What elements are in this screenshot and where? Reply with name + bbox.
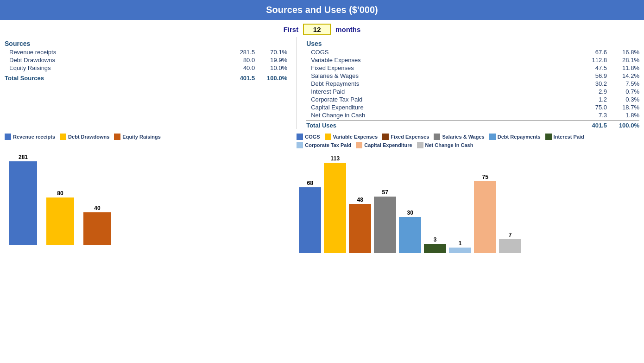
page-title: Sources and Uses ($'000): [0, 0, 644, 20]
legend-item: Corporate Tax Paid: [297, 142, 351, 148]
row-label: Debt Drawdowns: [5, 57, 222, 64]
legend-color: [60, 134, 66, 140]
row-label: Fixed Expenses: [306, 64, 575, 71]
bar-group: 68: [299, 180, 321, 253]
row-value: 56.9: [575, 72, 607, 79]
bar: [399, 217, 421, 253]
row-pct: 14.2%: [607, 72, 639, 79]
row-pct: 10.0%: [255, 64, 287, 71]
legend-item: Fixed Expenses: [382, 134, 429, 140]
legend-color: [489, 134, 496, 140]
months-input[interactable]: [303, 24, 331, 35]
legend-label: Interest Paid: [554, 134, 584, 140]
legend-item: Capital Expenditure: [356, 142, 412, 148]
bar-group: 57: [374, 189, 396, 253]
bar-value: 1: [459, 240, 462, 247]
bar-group: 113: [324, 155, 346, 253]
sources-header: Sources: [5, 40, 287, 47]
months-row: First months: [0, 20, 644, 37]
bar: [374, 197, 396, 253]
bar-group: 30: [399, 210, 421, 253]
bar-group: 48: [349, 197, 371, 253]
legend-color: [114, 134, 120, 140]
row-value: 30.2: [575, 80, 607, 87]
row-pct: 28.1%: [607, 57, 639, 64]
table-row: Fixed Expenses 47.5 11.8%: [306, 64, 639, 72]
row-label: Revenue receipts: [5, 49, 222, 56]
charts-section: Revenue receiptsDebt DrawdownsEquity Rai…: [0, 129, 644, 253]
bar-value: 75: [482, 174, 488, 180]
uses-total-label: Total Uses: [306, 122, 575, 129]
legend-label: Net Change in Cash: [425, 142, 474, 148]
bar: [46, 197, 74, 245]
row-label: Interest Paid: [306, 88, 575, 95]
right-bars: 68 113 48 57 30 3 1 75 7: [297, 151, 639, 253]
row-label: Net Change in Cash: [306, 112, 575, 119]
sources-total-value: 401.5: [222, 75, 255, 82]
row-pct: 16.8%: [607, 49, 639, 56]
row-pct: 0.7%: [607, 88, 639, 95]
bar: [499, 239, 521, 253]
bar-value: 3: [434, 236, 437, 243]
legend-item: Debt Drawdowns: [60, 134, 109, 140]
left-legend: Revenue receiptsDebt DrawdownsEquity Rai…: [5, 134, 297, 140]
row-label: Equity Raisings: [5, 64, 222, 71]
legend-color: [382, 134, 389, 140]
table-row: Capital Expenditure 75.0 18.7%: [306, 103, 639, 111]
bar-value: 48: [357, 197, 363, 203]
row-label: Variable Expenses: [306, 57, 575, 64]
months-label-after: months: [335, 25, 360, 33]
bar-value: 281: [19, 154, 28, 160]
legend-label: Debt Drawdowns: [68, 134, 109, 140]
legend-label: Equity Raisings: [122, 134, 161, 140]
table-section: Sources Revenue receipts 281.5 70.1% Deb…: [0, 37, 644, 129]
bar-group: 281: [9, 154, 37, 245]
uses-total-row: Total Uses 401.5 100.0%: [306, 120, 639, 129]
legend-label: COGS: [305, 134, 320, 140]
row-value: 7.3: [575, 112, 607, 119]
bar-value: 30: [407, 210, 413, 216]
row-value: 112.8: [575, 57, 607, 64]
row-pct: 18.7%: [607, 104, 639, 111]
legend-label: Fixed Expenses: [391, 134, 429, 140]
legend-item: Salaries & Wages: [434, 134, 484, 140]
uses-panel: Uses COGS 67.6 16.8% Variable Expenses 1…: [297, 37, 639, 129]
uses-rows: COGS 67.6 16.8% Variable Expenses 112.8 …: [306, 48, 639, 119]
uses-header: Uses: [306, 40, 639, 47]
table-row: Equity Raisings 40.0 10.0%: [5, 64, 287, 72]
row-pct: 70.1%: [255, 49, 287, 56]
table-row: COGS 67.6 16.8%: [306, 48, 639, 56]
legend-color: [417, 142, 423, 148]
row-value: 67.6: [575, 49, 607, 56]
legend-color: [325, 134, 331, 140]
right-chart: COGSVariable ExpensesFixed ExpensesSalar…: [297, 134, 639, 253]
table-row: Salaries & Wages 56.9 14.2%: [306, 72, 639, 80]
legend-item: Revenue receipts: [5, 134, 55, 140]
legend-label: Salaries & Wages: [442, 134, 484, 140]
row-label: Debt Repayments: [306, 80, 575, 87]
legend-label: Debt Repayments: [498, 134, 541, 140]
table-row: Debt Repayments 30.2 7.5%: [306, 80, 639, 88]
table-row: Interest Paid 2.9 0.7%: [306, 88, 639, 96]
legend-label: Revenue receipts: [13, 134, 55, 140]
bar: [299, 187, 321, 253]
row-label: Capital Expenditure: [306, 104, 575, 111]
sources-total-row: Total Sources 401.5 100.0%: [5, 73, 287, 82]
right-legend: COGSVariable ExpensesFixed ExpensesSalar…: [297, 134, 639, 148]
left-chart: Revenue receiptsDebt DrawdownsEquity Rai…: [5, 134, 297, 253]
bar-group: 75: [474, 174, 496, 253]
table-row: Revenue receipts 281.5 70.1%: [5, 48, 287, 56]
bar-group: 40: [83, 205, 111, 245]
row-pct: 0.3%: [607, 96, 639, 103]
bar-group: 3: [424, 236, 446, 253]
legend-label: Corporate Tax Paid: [305, 142, 351, 148]
legend-label: Variable Expenses: [333, 134, 378, 140]
legend-color: [545, 134, 552, 140]
row-value: 40.0: [222, 64, 255, 71]
bar-value: 68: [307, 180, 313, 186]
legend-color: [297, 142, 303, 148]
bar: [324, 163, 346, 253]
uses-total-value: 401.5: [575, 122, 607, 129]
legend-item: COGS: [297, 134, 320, 140]
sources-total-pct: 100.0%: [255, 75, 287, 82]
